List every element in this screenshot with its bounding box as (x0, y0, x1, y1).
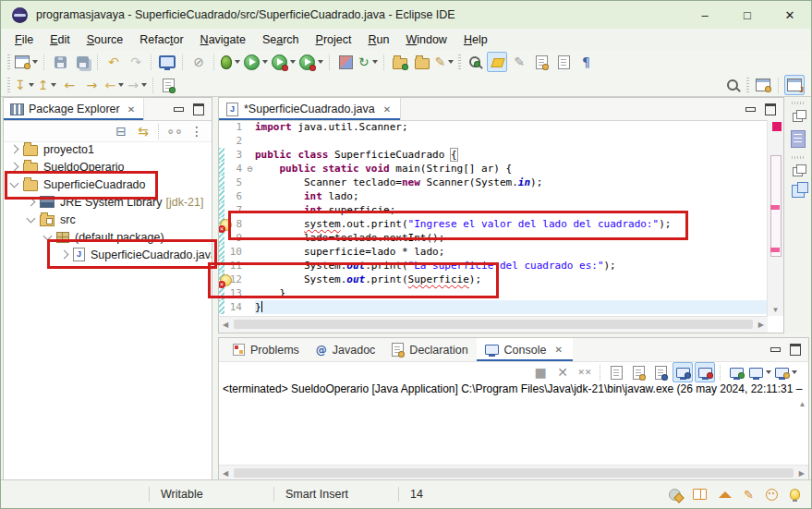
tree-item-src[interactable]: src (4, 211, 212, 228)
task-list-view-icon[interactable] (792, 185, 805, 198)
maximize-view-icon[interactable] (193, 103, 204, 115)
expander-icon[interactable] (10, 163, 19, 172)
back-button[interactable]: ← (103, 75, 125, 95)
console-horizontal-scrollbar[interactable]: ◀ ▶ (219, 465, 808, 479)
show-stderr-button[interactable] (695, 362, 715, 382)
mark-occurrences-button[interactable]: ✎ (509, 52, 529, 72)
scroll-left-icon[interactable]: ◀ (223, 467, 228, 480)
outline-view-icon[interactable] (791, 130, 806, 148)
save-button[interactable] (50, 52, 70, 72)
expander-icon[interactable] (10, 178, 19, 188)
show-source-button[interactable] (531, 52, 551, 72)
error-lightbulb-icon[interactable] (220, 219, 232, 231)
previous-annotation-button[interactable]: ↥ (37, 75, 58, 95)
pin-console-button[interactable] (726, 362, 746, 382)
code-line-7[interactable]: 7 int superficie; (219, 203, 768, 217)
tab-declaration[interactable]: Declaration (383, 338, 476, 361)
new-java-project-button[interactable] (335, 52, 356, 72)
tree-item-superficiecuadrado-java[interactable]: SuperficieCuadrado.java (4, 246, 212, 263)
learn-icon[interactable] (719, 491, 732, 498)
maximize-button[interactable]: □ (726, 1, 769, 29)
terminate-button[interactable]: ■ (530, 362, 551, 382)
code-line-11[interactable]: 11 System.out.print("La superficie del c… (219, 259, 768, 273)
coverage-button[interactable] (271, 52, 297, 72)
display-console-button[interactable] (748, 362, 772, 382)
code-line-14[interactable]: 14} (219, 300, 768, 314)
view-menu-button[interactable]: ⋮ (187, 121, 207, 141)
new-wizard-button[interactable] (14, 52, 39, 72)
tab-superficiecuadrado-java[interactable]: *SuperficieCuadrado.java ✕ (219, 98, 401, 120)
scroll-right-icon[interactable]: ▶ (758, 318, 764, 332)
scroll-lock-button[interactable] (628, 362, 648, 382)
open-resource-button[interactable] (412, 52, 432, 72)
debug-button[interactable] (220, 52, 241, 72)
maximize-view-icon[interactable] (790, 344, 801, 356)
tree-item-superficiecuadrado[interactable]: SuperficieCuadrado (4, 176, 212, 193)
code-line-2[interactable]: 2 (219, 134, 768, 148)
scroll-right-icon[interactable]: ▶ (799, 467, 805, 480)
code-line-13[interactable]: 13 } (219, 286, 768, 300)
tutorials-icon[interactable]: ✎ (744, 489, 754, 501)
tree-item--default-package-[interactable]: (default package) (4, 228, 212, 246)
minimize-view-icon[interactable] (174, 107, 184, 112)
maximize-editor-icon[interactable] (765, 103, 776, 115)
code-line-3[interactable]: 3public class SuperficieCuadrado { (219, 148, 768, 162)
collapse-all-button[interactable]: ⊟ (111, 121, 131, 141)
whats-new-icon[interactable] (669, 489, 681, 501)
redo-button[interactable]: ↷ (126, 52, 146, 72)
menu-file[interactable]: File (6, 31, 42, 48)
error-lightbulb-icon[interactable] (220, 274, 232, 286)
plugin-search-button[interactable] (465, 52, 485, 72)
annotate-button[interactable]: ✎ (434, 52, 455, 72)
tab-javadoc[interactable]: @Javadoc (308, 338, 384, 361)
tree-item-proyecto1[interactable]: proyecto1 (4, 140, 212, 158)
remove-all-launches-button[interactable]: ✕✕ (575, 362, 595, 382)
menu-navigate[interactable]: Navigate (192, 31, 254, 48)
word-wrap-button[interactable] (650, 362, 671, 382)
link-with-editor-button[interactable]: ⇆ (133, 121, 153, 141)
expander-icon[interactable] (27, 213, 36, 223)
minimize-button[interactable]: – (684, 1, 726, 29)
filters-button[interactable]: ∘∘ (164, 121, 185, 141)
undo-button[interactable]: ↶ (103, 52, 124, 72)
menu-run[interactable]: Run (359, 31, 397, 48)
expander-icon[interactable] (60, 250, 69, 260)
menu-search[interactable]: Search (254, 31, 308, 48)
pin-editor-button[interactable] (159, 75, 179, 95)
highlighter-button[interactable] (487, 52, 507, 72)
show-stdout-button[interactable] (673, 362, 693, 382)
help-contents-icon[interactable] (693, 489, 707, 500)
code-line-6[interactable]: 6 int lado; (219, 189, 768, 203)
tab-problems[interactable]: Problems (224, 338, 308, 361)
run-button[interactable] (243, 52, 269, 72)
tree-item-jre-system-library[interactable]: JRE System Library[jdk-21] (4, 193, 212, 211)
show-whitespace-button[interactable]: ¶ (576, 52, 596, 72)
console-output[interactable]: ▲ (219, 398, 808, 466)
restore-view-icon[interactable] (793, 167, 803, 176)
tree-item-sueldooperario[interactable]: SueldoOperario (4, 158, 212, 176)
scrollbar-thumb[interactable] (234, 320, 753, 329)
tab-package-explorer[interactable]: Package Explorer ✕ (4, 98, 144, 120)
restore-view-icon[interactable] (793, 113, 803, 122)
close-icon[interactable]: ✕ (552, 345, 564, 355)
java-perspective-button[interactable]: J (784, 75, 805, 95)
minimize-editor-icon[interactable] (745, 107, 756, 112)
close-button[interactable]: ✕ (769, 1, 811, 29)
tips-icon[interactable] (790, 489, 800, 500)
menu-refactor[interactable]: Refactor (131, 31, 191, 48)
open-console-button[interactable] (157, 52, 177, 72)
open-perspective-button[interactable] (753, 75, 773, 95)
search-button[interactable] (722, 75, 743, 95)
menu-project[interactable]: Project (308, 31, 360, 48)
import-button[interactable] (390, 52, 410, 72)
expander-icon[interactable] (43, 231, 53, 240)
editor-horizontal-scrollbar[interactable]: ◀ ▶ (219, 316, 768, 333)
menu-help[interactable]: Help (455, 31, 496, 48)
fold-marker[interactable]: ⊖ (245, 162, 255, 176)
code-editor[interactable]: 1import java.util.Scanner;23public class… (219, 120, 768, 316)
expander-icon[interactable] (27, 198, 36, 207)
next-annotation-button[interactable]: ↧ (14, 75, 35, 95)
menu-edit[interactable]: Edit (42, 31, 79, 48)
minimize-view-icon[interactable] (770, 347, 781, 352)
open-console-button2[interactable] (774, 362, 798, 382)
